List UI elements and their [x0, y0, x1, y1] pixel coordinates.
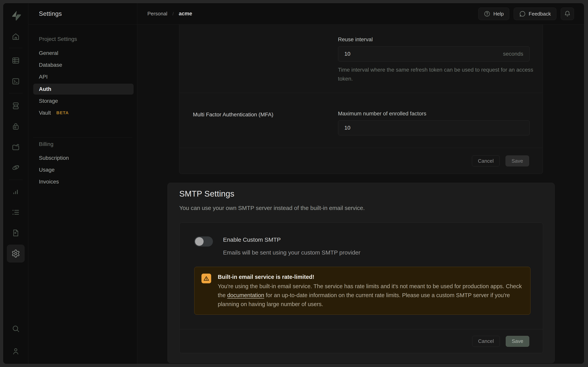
warning-content: Built-in email service is rate-limited! … — [218, 273, 523, 309]
rail-item-home[interactable] — [11, 32, 20, 41]
rail-item-table-editor[interactable] — [11, 56, 20, 65]
main-header: Personal / acme Help Feedback — [137, 3, 584, 25]
sidebar-rail — [3, 3, 28, 364]
sidebar-item-general[interactable]: General — [39, 49, 58, 58]
smtp-card: Enable Custom SMTP Emails will be sent u… — [179, 223, 543, 353]
max-enrolled-factors-input[interactable] — [338, 125, 530, 131]
toggle-knob — [195, 237, 204, 246]
help-button-label: Help — [493, 11, 504, 17]
nav-section-billing: Billing — [39, 140, 54, 149]
rail-item-edge-functions[interactable] — [11, 163, 20, 172]
cancel-button[interactable]: Cancel — [472, 156, 500, 166]
main-area: Personal / acme Help Feedback — [137, 3, 584, 364]
logs-icon — [11, 208, 20, 217]
beta-badge: BETA — [56, 108, 69, 117]
max-enrolled-factors-field — [338, 120, 530, 135]
breadcrumb-separator: / — [172, 11, 174, 17]
smtp-panel: SMTP Settings You can use your own SMTP … — [167, 183, 555, 363]
rail-item-user[interactable] — [11, 347, 20, 356]
rail-divider — [9, 93, 23, 93]
breadcrumb-project[interactable]: acme — [179, 11, 192, 17]
smtp-description: You can use your own SMTP server instead… — [179, 205, 365, 211]
warning-body: You're using the built-in email service.… — [218, 282, 523, 309]
sidebar-item-database[interactable]: Database — [39, 61, 62, 69]
mfa-section-label: Multi Factor Authentication (MFA) — [193, 111, 273, 118]
sidebar-item-usage[interactable]: Usage — [39, 166, 55, 174]
screen: Settings Project Settings General Databa… — [0, 0, 588, 367]
max-enrolled-factors-label: Maximum number of enrolled factors — [338, 110, 426, 117]
search-icon — [11, 324, 20, 333]
app-window: Settings Project Settings General Databa… — [3, 3, 584, 364]
edge-functions-icon — [11, 163, 20, 172]
enable-custom-smtp-label: Enable Custom SMTP — [223, 236, 281, 244]
sidebar-item-api[interactable]: API — [39, 73, 48, 81]
rail-item-sql-editor[interactable] — [11, 77, 20, 86]
header-actions: Help Feedback — [478, 8, 574, 20]
help-button[interactable]: Help — [478, 8, 509, 20]
home-icon — [11, 32, 20, 41]
rail-item-logs[interactable] — [11, 208, 20, 217]
sidebar-item-label: Vault — [39, 108, 51, 117]
warning-icon — [201, 274, 211, 283]
rail-item-storage[interactable] — [11, 143, 20, 151]
sidebar-item-auth[interactable]: Auth — [33, 84, 134, 95]
rail-item-database[interactable] — [11, 101, 20, 110]
sidebar-item-storage[interactable]: Storage — [39, 97, 58, 105]
reuse-interval-unit: seconds — [503, 51, 530, 57]
content-scroll-area[interactable]: Reuse interval seconds Time interval whe… — [137, 25, 584, 364]
gear-icon — [11, 249, 20, 258]
sidebar-item-label: Auth — [39, 86, 51, 92]
sidebar-item-invoices[interactable]: Invoices — [39, 177, 59, 186]
custom-smtp-toggle[interactable] — [194, 236, 213, 247]
smtp-footer: Cancel Save — [179, 329, 543, 353]
rail-item-search[interactable] — [11, 324, 20, 333]
rail-divider — [9, 48, 23, 48]
rail-item-auth[interactable] — [11, 122, 20, 131]
lock-icon — [11, 122, 20, 131]
database-icon — [11, 101, 20, 110]
docs-icon — [11, 229, 20, 237]
reports-icon — [11, 187, 20, 196]
settings-sidebar: Settings Project Settings General Databa… — [28, 3, 137, 364]
rail-item-docs[interactable] — [11, 229, 20, 237]
smtp-save-button[interactable]: Save — [506, 336, 529, 347]
smtp-title: SMTP Settings — [179, 188, 234, 199]
bell-icon — [564, 10, 571, 17]
sidebar-item-subscription[interactable]: Subscription — [39, 154, 69, 162]
sidebar-item-vault[interactable]: Vault BETA — [39, 108, 69, 117]
rate-limit-warning: Built-in email service is rate-limited! … — [194, 267, 531, 315]
notifications-button[interactable] — [561, 8, 574, 20]
supabase-logo-icon — [11, 10, 21, 21]
rail-divider — [9, 180, 23, 180]
feedback-icon — [519, 10, 526, 17]
rail-item-settings[interactable] — [7, 245, 25, 262]
feedback-button[interactable]: Feedback — [514, 8, 556, 20]
save-button[interactable]: Save — [506, 156, 529, 166]
auth-form-card: Reuse interval seconds Time interval whe… — [179, 25, 543, 174]
reuse-interval-label: Reuse interval — [338, 36, 373, 43]
documentation-link[interactable]: documentation — [227, 292, 264, 298]
reuse-interval-input[interactable] — [338, 51, 503, 57]
reuse-interval-field: seconds — [338, 46, 530, 61]
settings-sidebar-header: Settings — [28, 3, 137, 25]
warning-title: Built-in email service is rate-limited! — [218, 273, 523, 281]
enable-custom-smtp-description: Emails will be sent using your custom SM… — [223, 249, 360, 257]
nav-divider — [33, 138, 132, 138]
table-editor-icon — [11, 56, 20, 65]
breadcrumb-org[interactable]: Personal — [147, 11, 167, 17]
auth-form-footer: Cancel Save — [179, 148, 543, 174]
help-icon — [484, 10, 490, 17]
smtp-cancel-button[interactable]: Cancel — [472, 336, 500, 347]
sql-editor-icon — [11, 77, 20, 86]
storage-icon — [11, 143, 20, 151]
user-icon — [11, 347, 20, 356]
rail-item-reports[interactable] — [11, 187, 20, 196]
nav-section-project-settings: Project Settings — [39, 35, 77, 43]
page-title: Settings — [39, 10, 62, 17]
reuse-interval-help: Time interval where the same refresh tok… — [338, 65, 534, 83]
feedback-button-label: Feedback — [529, 11, 551, 17]
